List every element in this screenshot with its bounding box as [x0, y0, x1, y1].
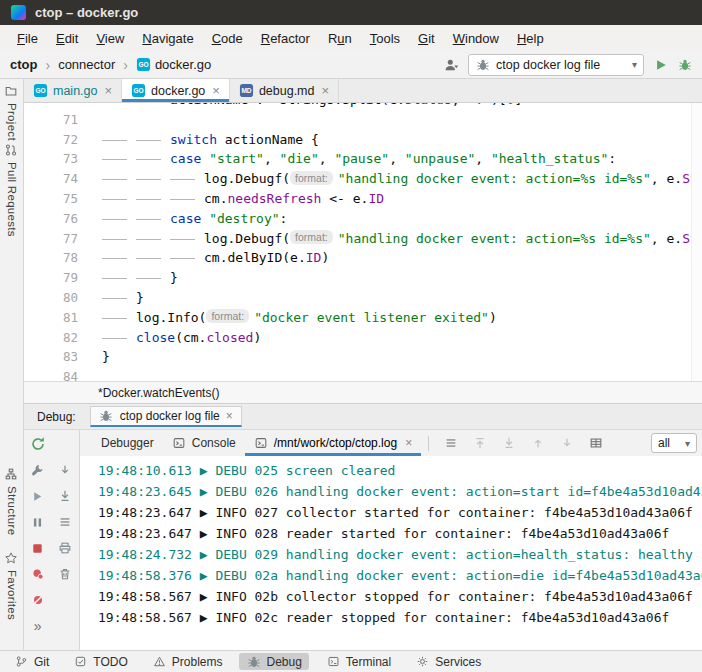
debug-window-header: Debug: ctop docker log file ×	[24, 403, 702, 429]
tab-label: main.go	[53, 84, 97, 98]
stripe-item-structure[interactable]: Structure	[0, 467, 23, 482]
structure-icon	[4, 467, 19, 482]
svg-text:GO: GO	[133, 87, 143, 94]
tab-whitespace	[102, 140, 127, 141]
tab-close-icon[interactable]: ×	[104, 83, 112, 98]
tab-label: debug.md	[259, 84, 315, 98]
menu-navigate[interactable]: Navigate	[133, 31, 202, 46]
table-view-icon[interactable]	[588, 436, 603, 451]
breadcrumb-docker-go[interactable]: docker.go	[155, 57, 211, 72]
restore-layout-button[interactable]	[57, 514, 73, 530]
run-config-select[interactable]: ctop docker log file ▾	[468, 54, 644, 76]
statusbar-item-todo[interactable]: TODO	[66, 653, 134, 670]
debug-button[interactable]	[677, 57, 692, 72]
menu-git[interactable]: Git	[409, 31, 444, 46]
console-log[interactable]: 19:48:10.613 ▶ DEBU 025 screen cleared19…	[80, 456, 702, 650]
toolbar-right: ctop docker log file ▾	[444, 54, 692, 76]
stripe-item-favorites[interactable]: Favorites	[0, 551, 23, 566]
statusbar-item-terminal[interactable]: Terminal	[319, 653, 398, 670]
editor-scrollbar[interactable]	[691, 103, 702, 381]
scroll-to-top-icon[interactable]	[472, 436, 487, 451]
tab-whitespace	[170, 179, 195, 180]
menu-run[interactable]: Run	[319, 31, 361, 46]
breadcrumb-connector[interactable]: connector	[58, 57, 115, 72]
next-message-icon[interactable]	[559, 436, 574, 451]
pull-request-icon	[4, 143, 19, 158]
menu-bar: FileEditViewNavigateCodeRefactorRunTools…	[0, 25, 702, 51]
menu-help[interactable]: Help	[508, 31, 553, 46]
scroll-down-button[interactable]	[57, 462, 73, 478]
line-number: 79	[24, 268, 78, 288]
editor-code[interactable]: actionName := strings.Split(e.Status, ":…	[90, 103, 702, 381]
pause-button[interactable]	[30, 514, 46, 530]
menu-tools[interactable]: Tools	[361, 31, 409, 46]
log-filter-select[interactable]: all▾	[651, 433, 697, 453]
tab-whitespace	[102, 239, 127, 240]
print-console-button[interactable]	[57, 540, 73, 556]
editor-tab-docker-go[interactable]: GOdocker.go×	[122, 79, 230, 102]
tab-whitespace	[170, 258, 195, 259]
log-line: 19:48:24.732 ▶ DEBU 029 handling docker …	[98, 544, 702, 565]
stop-button[interactable]	[30, 540, 46, 556]
console-tab-console[interactable]: Console	[163, 430, 245, 456]
statusbar-item-label: Debug	[266, 655, 301, 669]
tab-whitespace	[170, 239, 195, 240]
stripe-item-project[interactable]: Project	[0, 84, 23, 99]
editor-gutter[interactable]: 7172737475767778798081828384	[24, 103, 90, 381]
clear-console-button[interactable]	[57, 566, 73, 582]
statusbar-item-git[interactable]: Git	[7, 653, 56, 670]
view-options-icon[interactable]	[443, 436, 458, 451]
statusbar-item-problems[interactable]: Problems	[145, 653, 230, 670]
menu-code[interactable]: Code	[203, 31, 252, 46]
statusbar-item-debug[interactable]: Debug	[239, 653, 308, 670]
view-breakpoints-button[interactable]	[30, 566, 46, 582]
editor[interactable]: 7172737475767778798081828384 actionName …	[24, 103, 702, 381]
statusbar-item-label: Terminal	[346, 655, 391, 669]
more-actions-button[interactable]: »	[30, 618, 46, 634]
editor-tab-debug-md[interactable]: MDdebug.md×	[230, 79, 339, 102]
session-tab-close-icon[interactable]: ×	[226, 409, 233, 423]
code-line-77: log.Debugf(format:"handling docker event…	[102, 229, 702, 249]
tab-whitespace	[102, 338, 127, 339]
log-line: 19:48:23.645 ▶ DEBU 026 handling docker …	[98, 481, 702, 502]
user-dropdown-icon[interactable]	[444, 57, 459, 72]
scroll-to-end-icon[interactable]	[501, 436, 516, 451]
debug-main: DebuggerConsole/mnt/work/ctop/ctop.log×a…	[80, 430, 702, 650]
edit-configuration-button[interactable]	[30, 462, 46, 478]
menu-view[interactable]: View	[87, 31, 133, 46]
line-number: 71	[24, 110, 78, 130]
menu-window[interactable]: Window	[444, 31, 508, 46]
go-file-icon: GO	[131, 83, 146, 98]
stripe-item-pull-requests[interactable]: Pull Requests	[0, 143, 23, 158]
debug-session-tab[interactable]: ctop docker log file ×	[90, 406, 242, 427]
log-line: 19:48:23.647 ▶ INFO 028 reader started f…	[98, 523, 702, 544]
method-breadcrumb[interactable]: *Docker.watchEvents()	[98, 386, 219, 400]
code-line-79: }	[102, 268, 702, 288]
prev-message-icon[interactable]	[530, 436, 545, 451]
log-filter-value: all	[658, 436, 670, 450]
statusbar-item-services[interactable]: Services	[408, 653, 488, 670]
menu-refactor[interactable]: Refactor	[252, 31, 319, 46]
mute-breakpoints-button[interactable]	[30, 592, 46, 608]
menu-edit[interactable]: Edit	[47, 31, 87, 46]
console-tab-mnt-work-ctop-ctop-log[interactable]: /mnt/work/ctop/ctop.log×	[245, 430, 421, 456]
main-area: GOmain.go×GOdocker.go×MDdebug.md× 717273…	[24, 79, 702, 650]
scroll-to-end-button[interactable]	[57, 488, 73, 504]
stripe-label: Structure	[6, 486, 18, 535]
editor-breadcrumb-bar: *Docker.watchEvents()	[24, 381, 702, 403]
run-button[interactable]	[653, 57, 668, 72]
console-tab-debugger[interactable]: Debugger	[92, 430, 163, 456]
tab-close-icon[interactable]: ×	[405, 436, 412, 450]
tab-close-icon[interactable]: ×	[212, 83, 220, 98]
tab-close-icon[interactable]: ×	[322, 83, 330, 98]
resume-button[interactable]	[30, 488, 46, 504]
tab-whitespace	[102, 199, 127, 200]
menu-file[interactable]: File	[8, 31, 47, 46]
line-number: 84	[24, 367, 78, 381]
statusbar-item-label: Services	[435, 655, 481, 669]
rerun-button[interactable]	[30, 436, 46, 452]
breadcrumb-ctop[interactable]: ctop	[10, 57, 37, 72]
editor-tab-main-go[interactable]: GOmain.go×	[24, 79, 122, 102]
breadcrumb-separator-icon: ›	[45, 57, 50, 73]
line-number: 78	[24, 248, 78, 268]
